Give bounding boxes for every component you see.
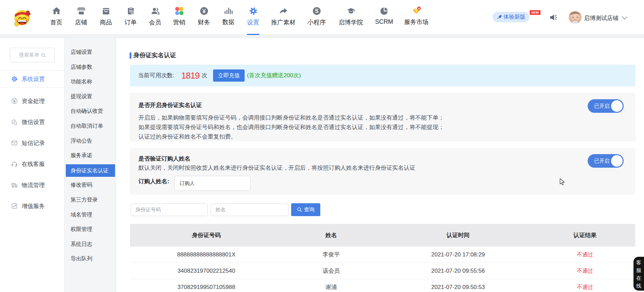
svg-text:H: H	[418, 7, 420, 10]
svg-text:S: S	[315, 8, 319, 14]
